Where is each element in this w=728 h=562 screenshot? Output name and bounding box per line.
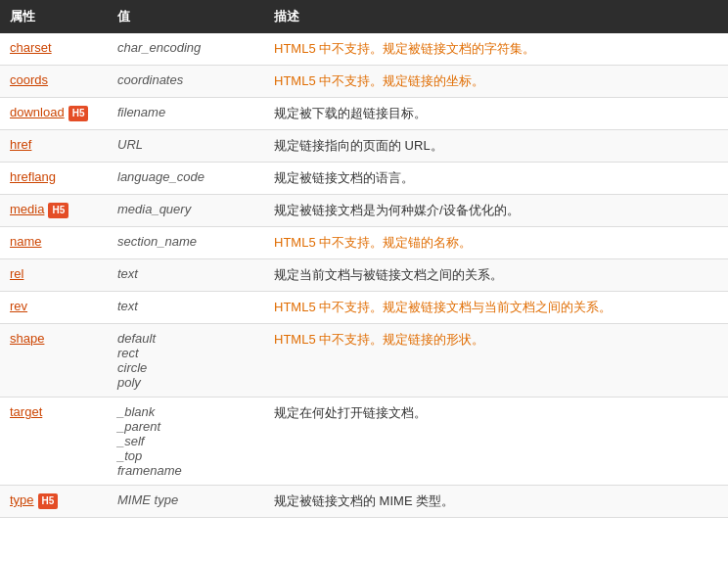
table-row: typeH5MIME type规定被链接文档的 MIME 类型。 <box>0 486 728 518</box>
attr-desc: 规定当前文档与被链接文档之间的关系。 <box>274 267 503 282</box>
attr-name[interactable]: hreflang <box>10 169 56 184</box>
attr-name[interactable]: href <box>10 137 31 152</box>
attr-desc: 规定被下载的超链接目标。 <box>274 106 427 120</box>
attr-desc: HTML5 中不支持。规定被链接文档的字符集。 <box>274 41 535 56</box>
html5-badge: H5 <box>48 203 68 218</box>
attr-value: framename <box>117 463 182 478</box>
table-row: coordscoordinatesHTML5 中不支持。规定链接的坐标。 <box>0 66 728 98</box>
table-row: downloadH5filename规定被下载的超链接目标。 <box>0 98 728 130</box>
attr-value: char_encoding <box>117 40 201 55</box>
attributes-table: 属性 值 描述 charsetchar_encodingHTML5 中不支持。规… <box>0 0 728 518</box>
table-row: revtextHTML5 中不支持。规定被链接文档与当前文档之间的关系。 <box>0 292 728 324</box>
attr-value: circle <box>117 360 147 375</box>
attr-value: default <box>117 331 156 346</box>
table-row: namesection_nameHTML5 中不支持。规定锚的名称。 <box>0 227 728 259</box>
html5-badge: H5 <box>38 493 59 509</box>
attr-desc: HTML5 中不支持。规定链接的坐标。 <box>274 73 484 88</box>
attr-name[interactable]: charset <box>10 40 52 55</box>
table-header-row: 属性 值 描述 <box>0 0 728 33</box>
attr-name[interactable]: rel <box>10 266 23 281</box>
attr-value: rect <box>117 346 139 360</box>
attr-value: _top <box>117 448 142 463</box>
table-row: shapedefaultrectcirclepolyHTML5 中不支持。规定链… <box>0 324 728 398</box>
attr-value: poly <box>117 375 141 390</box>
attr-desc: 规定被链接文档的 MIME 类型。 <box>274 493 454 508</box>
attr-value: language_code <box>117 169 205 184</box>
attr-value: coordinates <box>117 72 183 87</box>
html5-badge: H5 <box>68 106 89 121</box>
table-row: charsetchar_encodingHTML5 中不支持。规定被链接文档的字… <box>0 33 728 66</box>
col-attr-header: 属性 <box>0 0 108 33</box>
attr-name[interactable]: download <box>10 105 65 119</box>
attr-name[interactable]: media <box>10 202 44 216</box>
col-val-header: 值 <box>108 0 264 33</box>
attr-name[interactable]: shape <box>10 331 44 346</box>
attr-value: filename <box>117 105 165 119</box>
col-desc-header: 描述 <box>264 0 728 33</box>
attr-desc: 规定被链接文档的语言。 <box>274 170 414 185</box>
attr-desc: HTML5 中不支持。规定链接的形状。 <box>274 332 484 347</box>
attr-desc: 规定链接指向的页面的 URL。 <box>274 138 443 153</box>
attr-value: text <box>117 299 138 313</box>
attr-value: MIME type <box>117 492 178 507</box>
attr-name[interactable]: rev <box>10 299 27 313</box>
table-row: hreflanglanguage_code规定被链接文档的语言。 <box>0 163 728 195</box>
attr-value: text <box>117 266 138 281</box>
table-row: hrefURL规定链接指向的页面的 URL。 <box>0 130 728 163</box>
table-row: reltext规定当前文档与被链接文档之间的关系。 <box>0 259 728 292</box>
table-row: target_blank_parent_self_topframename规定在… <box>0 398 728 486</box>
attr-value: section_name <box>117 234 197 249</box>
attr-name[interactable]: type <box>10 492 34 507</box>
attr-value: URL <box>117 137 143 152</box>
attr-name[interactable]: coords <box>10 72 48 87</box>
table-row: mediaH5media_query规定被链接文档是为何种媒介/设备优化的。 <box>0 195 728 227</box>
attr-value: media_query <box>117 202 191 216</box>
attr-name[interactable]: target <box>10 404 42 419</box>
attr-desc: 规定被链接文档是为何种媒介/设备优化的。 <box>274 203 520 217</box>
attr-value: _self <box>117 434 144 448</box>
attr-value: _parent <box>117 419 160 434</box>
attr-value: _blank <box>117 404 155 419</box>
attr-name[interactable]: name <box>10 234 42 249</box>
attr-desc: HTML5 中不支持。规定被链接文档与当前文档之间的关系。 <box>274 300 612 314</box>
attr-desc: 规定在何处打开链接文档。 <box>274 405 427 420</box>
attr-desc: HTML5 中不支持。规定锚的名称。 <box>274 235 472 250</box>
